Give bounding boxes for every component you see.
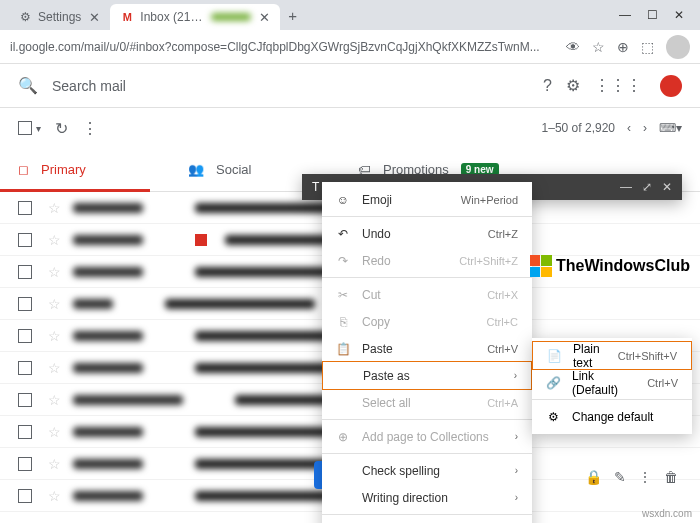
star-icon[interactable]: ☆ — [48, 360, 61, 376]
star-icon[interactable]: ☆ — [48, 392, 61, 408]
menu-paste[interactable]: 📋PasteCtrl+V — [322, 335, 532, 362]
menu-undo[interactable]: ↶UndoCtrl+Z — [322, 220, 532, 247]
row-checkbox[interactable] — [18, 393, 32, 407]
menu-emoji[interactable]: ☺EmojiWin+Period — [322, 186, 532, 213]
chevron-right-icon: › — [515, 431, 518, 442]
next-page-button[interactable]: › — [643, 121, 647, 135]
blurred-text — [211, 13, 251, 21]
row-checkbox[interactable] — [18, 201, 32, 215]
menu-collections: ⊕Add page to Collections› — [322, 423, 532, 450]
text-icon: 📄 — [547, 349, 561, 363]
paste-icon: 📋 — [336, 342, 350, 356]
more-button[interactable]: ⋮ — [82, 119, 98, 138]
address-bar: il.google.com/mail/u/0/#inbox?compose=Cl… — [0, 30, 700, 64]
more-icon[interactable]: ⋮ — [638, 469, 652, 485]
extensions-icon[interactable]: ⬚ — [641, 39, 654, 55]
watermark-logo: TheWindowsClub — [530, 255, 690, 277]
chevron-right-icon: › — [515, 492, 518, 503]
close-icon[interactable]: ✕ — [89, 10, 100, 25]
collections-icon[interactable]: ⊕ — [617, 39, 629, 55]
read-aloud-icon[interactable]: 👁 — [566, 39, 580, 55]
favorite-icon[interactable]: ☆ — [592, 39, 605, 55]
star-icon[interactable]: ☆ — [48, 200, 61, 216]
settings-icon[interactable]: ⚙ — [566, 76, 580, 95]
minimize-button[interactable]: — — [619, 8, 631, 22]
search-icon[interactable]: 🔍 — [18, 76, 38, 95]
select-all-checkbox[interactable] — [18, 121, 32, 135]
tab-label: Inbox (217) - — [140, 10, 207, 24]
profile-avatar[interactable] — [666, 35, 690, 59]
new-tab-button[interactable]: + — [288, 7, 297, 24]
menu-web-capture[interactable]: ⬚Web captureCtrl+Shift+S — [322, 518, 532, 523]
copy-icon: ⎘ — [336, 315, 350, 329]
row-checkbox[interactable] — [18, 425, 32, 439]
menu-cut: ✂CutCtrl+X — [322, 281, 532, 308]
submenu-change-default[interactable]: ⚙Change default — [532, 403, 692, 430]
chevron-right-icon: › — [514, 370, 517, 381]
star-icon[interactable]: ☆ — [48, 488, 61, 504]
expand-icon[interactable]: ⤢ — [642, 180, 652, 194]
row-checkbox[interactable] — [18, 361, 32, 375]
menu-select-all: Select allCtrl+A — [322, 389, 532, 416]
apps-icon[interactable]: ⋮⋮⋮ — [594, 76, 642, 95]
url-text[interactable]: il.google.com/mail/u/0/#inbox?compose=Cl… — [10, 40, 556, 54]
account-avatar[interactable] — [660, 75, 682, 97]
compose-toolbar: 🔒 ✎ ⋮ 🗑 — [585, 469, 678, 485]
emoji-icon: ☺ — [336, 193, 350, 207]
gmail-toolbar: 🔍 Search mail ? ⚙ ⋮⋮⋮ — [0, 64, 700, 108]
tab-primary[interactable]: ◻ Primary — [0, 148, 170, 191]
support-icon[interactable]: ? — [543, 77, 552, 95]
browser-tab-settings[interactable]: ⚙ Settings ✕ — [8, 4, 110, 30]
refresh-button[interactable]: ↻ — [55, 119, 68, 138]
people-icon: 👥 — [188, 162, 204, 177]
label-square — [195, 234, 207, 246]
close-icon[interactable]: ✕ — [662, 180, 672, 194]
browser-titlebar: ⚙ Settings ✕ M Inbox (217) - ✕ + — ☐ ✕ — [0, 0, 700, 30]
submenu-plain-text[interactable]: 📄Plain textCtrl+Shift+V — [532, 341, 692, 370]
redo-icon: ↷ — [336, 254, 350, 268]
menu-paste-as[interactable]: Paste as› — [322, 361, 532, 390]
row-checkbox[interactable] — [18, 457, 32, 471]
watermark-text: TheWindowsClub — [556, 257, 690, 275]
maximize-button[interactable]: ☐ — [647, 8, 658, 22]
close-button[interactable]: ✕ — [674, 8, 684, 22]
close-icon[interactable]: ✕ — [259, 10, 270, 25]
input-tools-icon[interactable]: ⌨▾ — [659, 121, 682, 135]
star-icon[interactable]: ☆ — [48, 264, 61, 280]
row-checkbox[interactable] — [18, 297, 32, 311]
tab-label: Settings — [38, 10, 81, 24]
chevron-right-icon: › — [515, 465, 518, 476]
browser-tab-inbox[interactable]: M Inbox (217) - ✕ — [110, 4, 280, 30]
pager-text: 1–50 of 2,920 — [542, 121, 615, 135]
minimize-icon[interactable]: — — [620, 180, 632, 194]
prev-page-button[interactable]: ‹ — [627, 121, 631, 135]
gmail-icon: M — [120, 10, 134, 24]
search-input[interactable]: Search mail — [52, 78, 543, 94]
collections-icon: ⊕ — [336, 430, 350, 444]
lock-icon[interactable]: 🔒 — [585, 469, 602, 485]
row-checkbox[interactable] — [18, 329, 32, 343]
menu-copy: ⎘CopyCtrl+C — [322, 308, 532, 335]
windows-logo-icon — [530, 255, 552, 277]
window-controls: — ☐ ✕ — [619, 8, 692, 22]
chevron-down-icon[interactable]: ▾ — [36, 123, 41, 134]
row-checkbox[interactable] — [18, 233, 32, 247]
paste-as-submenu: 📄Plain textCtrl+Shift+V 🔗Link (Default)C… — [532, 338, 692, 434]
delete-icon[interactable]: 🗑 — [664, 469, 678, 485]
send-button[interactable] — [314, 461, 322, 489]
row-checkbox[interactable] — [18, 265, 32, 279]
submenu-link[interactable]: 🔗Link (Default)Ctrl+V — [532, 369, 692, 396]
star-icon[interactable]: ☆ — [48, 296, 61, 312]
star-icon[interactable]: ☆ — [48, 456, 61, 472]
menu-check-spelling[interactable]: Check spelling› — [322, 457, 532, 484]
undo-icon: ↶ — [336, 227, 350, 241]
star-icon[interactable]: ☆ — [48, 424, 61, 440]
context-menu: ☺EmojiWin+Period ↶UndoCtrl+Z ↷RedoCtrl+S… — [322, 182, 532, 523]
row-checkbox[interactable] — [18, 489, 32, 503]
star-icon[interactable]: ☆ — [48, 328, 61, 344]
pen-icon[interactable]: ✎ — [614, 469, 626, 485]
menu-writing-direction[interactable]: Writing direction› — [322, 484, 532, 511]
menu-redo: ↷RedoCtrl+Shift+Z — [322, 247, 532, 274]
site-watermark: wsxdn.com — [642, 508, 692, 519]
star-icon[interactable]: ☆ — [48, 232, 61, 248]
